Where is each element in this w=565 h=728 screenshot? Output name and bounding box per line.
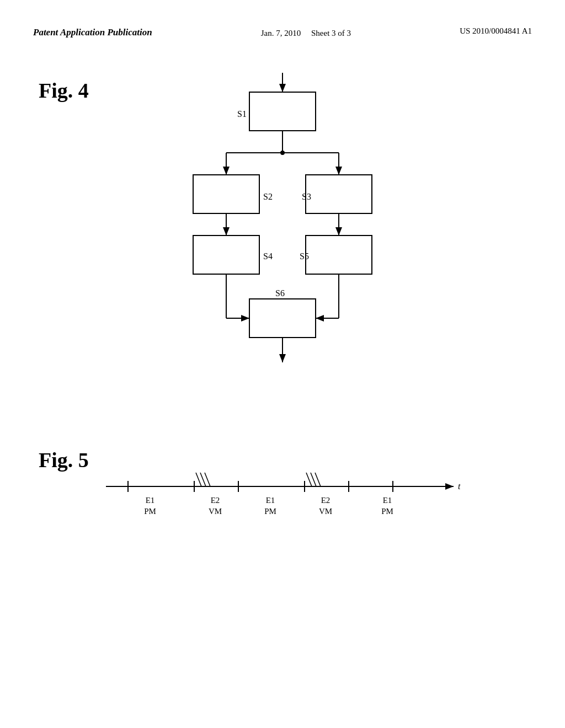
svg-line-39 [196,473,201,486]
svg-line-46 [315,473,321,486]
fig5-label: Fig. 5 [39,448,89,472]
svg-text:S5: S5 [300,251,309,261]
svg-text:VM: VM [209,507,222,516]
header-sheet: Sheet 3 of 3 [311,29,351,38]
publication-type: Patent Application Publication [33,26,152,39]
flowchart-fig4: S1 S2 S3 [145,67,420,431]
svg-text:E2: E2 [211,496,220,505]
svg-marker-1 [279,84,286,92]
svg-text:PM: PM [264,507,276,516]
svg-rect-25 [249,299,316,338]
svg-text:S1: S1 [237,109,247,119]
svg-line-40 [200,473,206,486]
svg-marker-8 [223,167,230,175]
patent-page: Patent Application Publication Jan. 7, 2… [0,0,565,728]
svg-line-44 [306,473,312,486]
svg-text:E1: E1 [266,496,275,505]
svg-line-41 [205,473,210,486]
svg-marker-33 [279,354,286,362]
fig5-section: Fig. 5 t [0,437,565,580]
svg-text:S4: S4 [263,251,273,261]
fig4-section: Fig. 4 S1 [0,62,565,437]
svg-rect-20 [193,235,259,274]
svg-marker-11 [335,167,342,175]
svg-marker-28 [241,315,249,322]
svg-marker-31 [316,315,324,322]
timeline-svg: t [95,464,470,531]
svg-text:S3: S3 [302,192,311,201]
svg-text:VM: VM [319,507,332,516]
svg-text:E1: E1 [146,496,155,505]
svg-rect-12 [193,175,259,213]
svg-rect-2 [249,92,316,131]
svg-text:PM: PM [381,507,393,516]
svg-text:E2: E2 [321,496,331,505]
svg-rect-14 [306,175,372,213]
flowchart-svg: S1 S2 S3 [145,67,420,431]
svg-line-45 [311,473,316,486]
svg-text:S6: S6 [275,288,285,298]
svg-text:PM: PM [144,507,156,516]
svg-rect-22 [306,235,372,274]
svg-text:t: t [458,481,461,491]
svg-marker-19 [335,227,342,235]
header-date: Jan. 7, 2010 [261,29,301,38]
patent-number: US 2010/0004841 A1 [460,26,532,36]
svg-text:E1: E1 [383,496,392,505]
svg-marker-35 [445,483,454,490]
page-header: Patent Application Publication Jan. 7, 2… [0,0,565,51]
fig4-label: Fig. 4 [39,78,89,103]
timeline-container: t [95,464,470,533]
header-date-sheet: Jan. 7, 2010 Sheet 3 of 3 [261,26,351,40]
svg-text:S2: S2 [263,192,273,201]
svg-marker-17 [223,227,230,235]
